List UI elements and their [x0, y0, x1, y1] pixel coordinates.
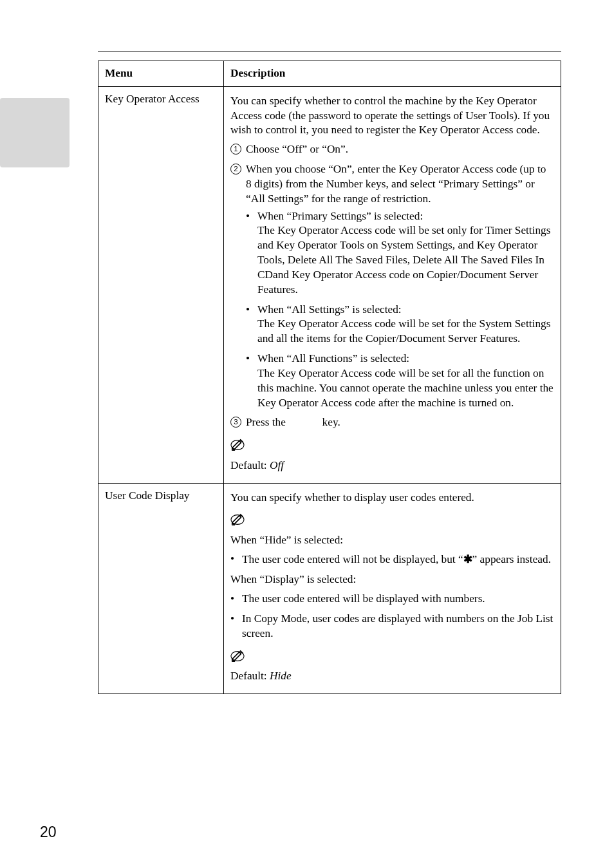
star-icon: ✱	[463, 552, 472, 565]
header-menu: Menu	[98, 61, 224, 87]
bullet-hide-pre: The user code entered will not be displa…	[242, 553, 463, 565]
default-label: Default:	[230, 670, 270, 682]
bullet-display-numbers: The user code entered will be displayed …	[230, 592, 554, 607]
step-marker-3-icon: 3	[230, 417, 241, 428]
hide-bullets: The user code entered will not be displa…	[230, 552, 554, 567]
bullet-hide-post: ” appears instead.	[472, 553, 551, 565]
default-line: Default: Off	[230, 458, 554, 473]
display-bullets: The user code entered will be displayed …	[230, 592, 554, 641]
bullet-display-copy-mode: In Copy Mode, user codes are displayed w…	[230, 612, 554, 641]
chapter-tab	[0, 98, 70, 167]
default-label: Default:	[230, 459, 270, 471]
step-3: 3 Press the key.	[230, 415, 554, 430]
default-line: Default: Hide	[230, 669, 554, 684]
table-row: User Code Display You can specify whethe…	[98, 483, 561, 693]
bullet-primary-settings: When “Primary Settings” is selected: The…	[246, 209, 554, 297]
table-row: Key Operator Access You can specify whet…	[98, 86, 561, 483]
step-2-text: When you choose “On”, enter the Key Oper…	[246, 163, 546, 205]
note-icon	[230, 513, 245, 531]
page-number: 20	[40, 824, 57, 841]
menu-cell-key-operator-access: Key Operator Access	[98, 86, 224, 483]
note-icon	[230, 438, 245, 457]
header-description: Description	[224, 61, 561, 87]
step-1-text: Choose “Off” or “On”.	[246, 143, 348, 155]
step-list: 1 Choose “Off” or “On”. 2 When you choos…	[230, 142, 554, 430]
step-3-text-post: key.	[319, 416, 340, 428]
step-marker-2-icon: 2	[230, 164, 241, 175]
intro-text: You can specify whether to display user …	[230, 491, 554, 505]
menu-cell-user-code-display: User Code Display	[98, 483, 224, 693]
step-marker-1-icon: 1	[230, 144, 241, 155]
bullet-hide: The user code entered will not be displa…	[230, 552, 554, 567]
svg-point-2	[231, 651, 244, 661]
table-header-row: Menu Description	[98, 61, 561, 87]
svg-point-1	[231, 514, 244, 524]
description-cell-user-code-display: You can specify whether to display user …	[224, 483, 561, 693]
settings-table: Menu Description Key Operator Access You…	[98, 61, 561, 694]
bullet-all-functions: When “All Functions” is selected: The Ke…	[246, 352, 554, 410]
description-cell-key-operator-access: You can specify whether to control the m…	[224, 86, 561, 483]
note-icon	[230, 649, 245, 668]
svg-point-0	[231, 440, 244, 450]
default-value: Off	[270, 459, 284, 471]
intro-text: You can specify whether to control the m…	[230, 94, 554, 138]
step-2: 2 When you choose “On”, enter the Key Op…	[230, 162, 554, 410]
default-value: Hide	[270, 670, 292, 682]
bullet-all-settings: When “All Settings” is selected: The Key…	[246, 303, 554, 346]
step-1: 1 Choose “Off” or “On”.	[230, 142, 554, 157]
display-heading: When “Display” is selected:	[230, 572, 554, 587]
step-3-text-pre: Press the	[246, 416, 288, 428]
step-2-bullets: When “Primary Settings” is selected: The…	[246, 209, 554, 411]
top-rule	[98, 52, 561, 61]
hide-heading: When “Hide” is selected:	[230, 533, 554, 548]
